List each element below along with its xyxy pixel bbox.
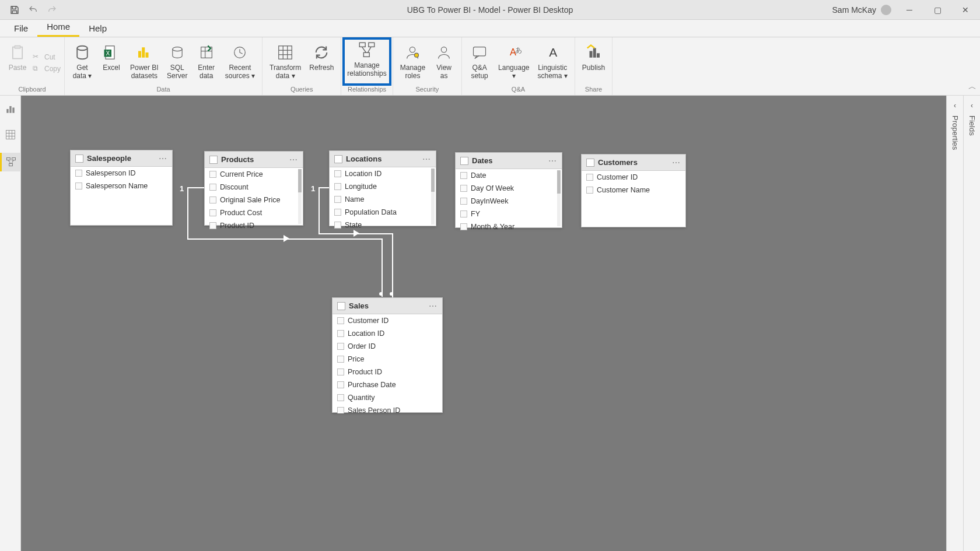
table-customers[interactable]: Customers⋯ Customer ID Customer Name — [581, 154, 686, 227]
field-icon — [460, 198, 467, 205]
scrollbar[interactable] — [557, 170, 561, 226]
table-field[interactable]: Quantity — [332, 391, 442, 404]
model-canvas[interactable]: Salespeople⋯ Salesperson ID Salesperson … — [21, 96, 946, 551]
table-field[interactable]: Product Cost — [205, 206, 303, 219]
pbi-datasets-button[interactable]: Power BIdatasets — [127, 40, 162, 86]
table-locations[interactable]: Locations⋯ Location ID Longitude Name Po… — [329, 150, 436, 226]
manage-roles-button[interactable]: Manageroles — [397, 40, 429, 86]
menu-home[interactable]: Home — [37, 18, 79, 37]
table-field[interactable]: Purchase Date — [332, 378, 442, 391]
table-field[interactable]: DayInWeek — [456, 195, 562, 208]
table-menu-icon[interactable]: ⋯ — [289, 155, 298, 164]
table-header[interactable]: Customers⋯ — [582, 155, 685, 171]
table-menu-icon[interactable]: ⋯ — [422, 155, 431, 164]
relationship-end-dot — [379, 292, 383, 296]
view-as-button[interactable]: Viewas — [430, 40, 458, 86]
table-field[interactable]: FY — [456, 208, 562, 220]
redo-icon[interactable] — [46, 3, 58, 16]
scrollbar[interactable] — [298, 169, 302, 224]
linguistic-schema-button[interactable]: ALinguisticschema ▾ — [534, 40, 570, 86]
qna-setup-button[interactable]: Q&Asetup — [466, 40, 494, 86]
field-icon — [209, 171, 216, 178]
table-field[interactable]: Discount — [205, 181, 303, 194]
scrollbar[interactable] — [431, 169, 435, 224]
table-field[interactable]: Name — [330, 193, 436, 206]
table-field[interactable]: Current Price — [205, 168, 303, 181]
window-title: UBG To Power BI - Model - Power BI Deskt… — [407, 5, 573, 15]
table-header[interactable]: Sales⋯ — [332, 298, 442, 314]
table-field[interactable]: Customer ID — [332, 314, 442, 327]
field-icon — [337, 317, 344, 324]
save-icon[interactable] — [8, 3, 21, 16]
table-field[interactable]: Date — [456, 169, 562, 182]
relationship-arrow-icon — [284, 235, 289, 242]
table-field[interactable]: Salesperson ID — [71, 167, 172, 180]
field-icon — [337, 381, 344, 388]
maximize-button[interactable]: ▢ — [928, 2, 947, 18]
table-field[interactable]: Sales Person ID — [332, 404, 442, 413]
enter-data-button[interactable]: Enterdata — [192, 40, 220, 86]
relationship-line[interactable] — [187, 187, 204, 188]
table-field[interactable]: State — [330, 219, 436, 229]
excel-button[interactable]: XExcel — [97, 40, 125, 86]
relationship-line[interactable] — [318, 187, 329, 188]
get-data-button[interactable]: Getdata ▾ — [68, 40, 96, 86]
manage-relationships-button[interactable]: Managerelationships — [342, 37, 391, 86]
relationship-line[interactable] — [382, 238, 383, 297]
table-menu-icon[interactable]: ⋯ — [672, 158, 681, 167]
fields-panel-tab[interactable]: ‹ Fields — [963, 96, 980, 551]
menu-help[interactable]: Help — [79, 20, 116, 37]
model-view-button[interactable] — [0, 153, 21, 171]
table-salespeople[interactable]: Salespeople⋯ Salesperson ID Salesperson … — [70, 150, 173, 226]
table-field[interactable]: Location ID — [332, 327, 442, 340]
table-field[interactable]: Population Data — [330, 206, 436, 219]
table-field[interactable]: Price — [332, 353, 442, 366]
refresh-button[interactable]: Refresh — [306, 40, 337, 86]
table-menu-icon[interactable]: ⋯ — [159, 154, 167, 163]
cut-button[interactable]: ✂ Cut — [33, 52, 61, 62]
table-sales[interactable]: Sales⋯ Customer ID Location ID Order ID … — [332, 297, 443, 413]
undo-icon[interactable] — [27, 3, 40, 16]
table-field[interactable]: Customer ID — [582, 171, 685, 184]
table-field[interactable]: Original Sale Price — [205, 194, 303, 206]
table-header[interactable]: Salespeople⋯ — [71, 150, 172, 167]
copy-button[interactable]: ⧉ Copy — [33, 64, 61, 73]
relationship-line[interactable] — [392, 233, 393, 297]
table-field[interactable]: Month & Year — [456, 220, 562, 231]
table-header[interactable]: Products⋯ — [205, 152, 303, 168]
table-header[interactable]: Locations⋯ — [330, 151, 436, 167]
table-field[interactable]: Day Of Week — [456, 182, 562, 195]
table-field[interactable]: Product ID — [332, 366, 442, 378]
close-button[interactable]: ✕ — [956, 2, 975, 18]
publish-button[interactable]: Publish — [579, 40, 608, 86]
table-header[interactable]: Dates⋯ — [456, 153, 562, 169]
table-field[interactable]: Longitude — [330, 180, 436, 193]
table-field[interactable]: Location ID — [330, 167, 436, 180]
recent-sources-button[interactable]: Recentsources ▾ — [222, 40, 258, 86]
field-icon — [75, 170, 82, 177]
relationship-line[interactable] — [187, 187, 188, 240]
table-field[interactable]: Salesperson Name — [71, 180, 172, 192]
left-nav-rail — [0, 96, 21, 551]
table-field[interactable]: Order ID — [332, 340, 442, 353]
user-account[interactable]: Sam McKay — [832, 5, 891, 15]
field-icon — [209, 222, 216, 229]
properties-panel-tab[interactable]: ‹ Properties — [946, 96, 963, 551]
table-menu-icon[interactable]: ⋯ — [548, 156, 557, 166]
report-view-button[interactable] — [3, 101, 18, 117]
transform-data-button[interactable]: Transformdata ▾ — [266, 40, 304, 86]
data-view-button[interactable] — [3, 127, 18, 142]
table-dates[interactable]: Dates⋯ Date Day Of Week DayInWeek FY Mon… — [455, 152, 562, 228]
sql-server-button[interactable]: SQLServer — [163, 40, 191, 86]
table-field[interactable]: Customer Name — [582, 184, 685, 196]
paste-button[interactable]: Paste — [4, 40, 32, 86]
relationship-line[interactable] — [318, 187, 320, 234]
language-button[interactable]: AあLanguage▾ — [495, 40, 533, 86]
field-icon — [460, 172, 467, 179]
table-products[interactable]: Products⋯ Current Price Discount Origina… — [204, 151, 303, 226]
ribbon-collapse-chevron[interactable]: ︿ — [968, 82, 977, 92]
minimize-button[interactable]: ─ — [900, 2, 919, 18]
table-field[interactable]: Product ID — [205, 219, 303, 230]
menu-file[interactable]: File — [5, 20, 37, 37]
table-menu-icon[interactable]: ⋯ — [429, 301, 438, 311]
